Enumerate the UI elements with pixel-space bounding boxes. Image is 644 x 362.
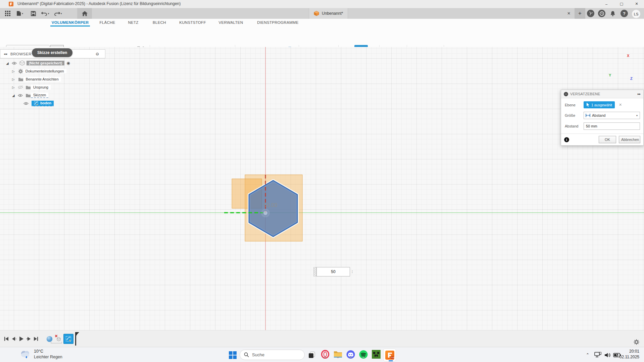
app-spotify[interactable] bbox=[359, 350, 368, 359]
app-discord[interactable] bbox=[346, 350, 355, 359]
collapse-browser-icon[interactable]: ◂◂ bbox=[4, 52, 7, 56]
dialog-collapse-icon[interactable]: – bbox=[564, 92, 568, 96]
app-grid-icon[interactable] bbox=[3, 9, 13, 18]
tree-label[interactable]: Benannte Ansichten bbox=[23, 77, 61, 82]
taskbar-search[interactable]: Suche bbox=[240, 350, 305, 360]
tree-label[interactable]: Skizzen bbox=[31, 93, 49, 98]
activate-radio-icon[interactable]: ◉ bbox=[66, 61, 70, 65]
root-label[interactable]: (Nicht gespeichert) bbox=[27, 61, 65, 65]
browser-title: BROWSER bbox=[10, 52, 32, 56]
browser-minimize-icon[interactable]: ⊖ bbox=[96, 52, 99, 56]
step-back-icon[interactable] bbox=[10, 335, 17, 343]
tab-volumenkoerper[interactable]: VOLUMENKÖRPER bbox=[50, 19, 90, 27]
tree-label[interactable]: Ursprung bbox=[31, 85, 51, 90]
tray-clock[interactable]: 20:01 02.11.2025 bbox=[620, 349, 639, 360]
dialog-header[interactable]: – VERSATZEBENE ▸▸ bbox=[561, 90, 643, 98]
expand-icon[interactable]: ▷ bbox=[12, 77, 15, 81]
extensions-icon[interactable] bbox=[587, 10, 594, 17]
task-view-icon[interactable] bbox=[307, 350, 317, 360]
cancel-button[interactable]: Abbrechen bbox=[619, 136, 640, 143]
close-tab-icon[interactable]: ✕ bbox=[564, 9, 573, 17]
svg-text:FUS: FUS bbox=[391, 357, 394, 359]
tree-row-boden[interactable]: boden bbox=[0, 99, 107, 107]
tab-flaeche[interactable]: FLÄCHE bbox=[97, 19, 117, 25]
network-icon[interactable] bbox=[593, 351, 602, 359]
abstand-input[interactable] bbox=[584, 122, 640, 130]
volume-icon[interactable] bbox=[603, 351, 612, 359]
folder-icon bbox=[26, 85, 31, 90]
distance-icon bbox=[586, 114, 590, 117]
document-cube-icon bbox=[314, 11, 319, 16]
eye-off-icon[interactable] bbox=[18, 85, 23, 89]
tree-row-ursprung[interactable]: ▷ Ursprung bbox=[0, 83, 107, 91]
sketch-boden[interactable]: boden bbox=[32, 101, 54, 106]
home-view-button[interactable] bbox=[77, 8, 92, 19]
app-opera-gx[interactable] bbox=[321, 350, 330, 359]
help-icon[interactable]: ? bbox=[621, 10, 628, 17]
app-file-explorer[interactable] bbox=[334, 350, 342, 359]
offset-value-input[interactable] bbox=[316, 267, 350, 276]
info-icon[interactable]: i bbox=[564, 137, 569, 142]
gear-icon bbox=[18, 69, 23, 74]
tab-dienstprogramme[interactable]: DIENSTPROGRAMME bbox=[254, 19, 301, 25]
timeline-body-feature[interactable] bbox=[54, 335, 62, 343]
tree-row-skizzen[interactable]: ◢ Skizzen bbox=[0, 91, 107, 99]
selection-chip[interactable]: 1 ausgewählt bbox=[584, 101, 615, 108]
dimension-label: 50.00 bbox=[264, 202, 277, 208]
timeline-bar bbox=[0, 330, 644, 347]
minimize-button[interactable]: – bbox=[601, 0, 612, 8]
clear-selection-icon[interactable]: ✕ bbox=[619, 103, 622, 107]
notifications-bell-icon[interactable] bbox=[609, 10, 616, 17]
options-dots-icon[interactable]: ⁞ bbox=[352, 271, 353, 273]
maximize-button[interactable]: ▢ bbox=[616, 0, 627, 8]
tree-label[interactable]: Dokumenteinstellungen bbox=[23, 69, 66, 73]
folder-icon bbox=[18, 77, 23, 82]
step-forward-icon[interactable] bbox=[25, 335, 32, 343]
error-badge-icon bbox=[55, 334, 58, 338]
expand-icon[interactable]: ▷ bbox=[12, 86, 15, 89]
dialog-row-abstand: Abstand bbox=[561, 121, 643, 132]
timeline-settings-gear-icon[interactable] bbox=[634, 339, 639, 345]
drag-handle[interactable] bbox=[313, 267, 316, 276]
timeline-playhead[interactable] bbox=[74, 331, 78, 346]
viewport-canvas[interactable]: 50.00 ◂◂ BROWSER ⊖ Skizze erstellen ◢ (N… bbox=[0, 47, 644, 347]
eye-icon[interactable] bbox=[23, 102, 29, 105]
window-title: Unbenannt* (Digital-Fabrication-2025) - … bbox=[17, 1, 181, 6]
groesse-dropdown[interactable]: Abstand ▾ bbox=[584, 112, 640, 119]
origin-point[interactable] bbox=[263, 211, 268, 215]
save-icon[interactable] bbox=[28, 9, 38, 18]
new-tab-icon[interactable]: + bbox=[575, 8, 585, 19]
tree-row-benannte-ansichten[interactable]: ▷ Benannte Ansichten bbox=[0, 75, 107, 83]
expand-icon[interactable]: ◢ bbox=[6, 61, 9, 65]
eye-icon[interactable] bbox=[18, 94, 23, 97]
weather-widget[interactable]: 10°C Leichter Regen bbox=[19, 349, 62, 360]
chevron-down-icon: ▾ bbox=[636, 114, 638, 117]
new-file-icon[interactable]: ▾ bbox=[15, 9, 25, 18]
app-minecraft[interactable] bbox=[372, 350, 381, 359]
tab-netz[interactable]: NETZ bbox=[125, 19, 142, 25]
avatar[interactable]: LS bbox=[632, 9, 641, 18]
weather-rain-icon bbox=[19, 349, 31, 359]
tab-verwalten[interactable]: VERWALTEN bbox=[216, 19, 246, 25]
dialog-dock-icon[interactable]: ▸▸ bbox=[638, 92, 641, 96]
redo-icon[interactable]: ▾ bbox=[53, 9, 63, 18]
tab-blech[interactable]: BLECH bbox=[150, 19, 168, 25]
application-bar: ▾ ▾ ▾ Unbenannt* ✕ + ? LS bbox=[0, 8, 644, 19]
expand-icon[interactable]: ◢ bbox=[12, 94, 15, 97]
start-button[interactable] bbox=[228, 350, 238, 360]
go-to-start-icon[interactable] bbox=[3, 335, 10, 343]
document-tab[interactable]: Unbenannt* bbox=[309, 8, 348, 19]
job-status-icon[interactable] bbox=[598, 10, 605, 17]
tree-row-root[interactable]: ◢ (Nicht gespeichert) ◉ bbox=[0, 59, 107, 67]
app-fusion-active[interactable]: FUS bbox=[383, 349, 396, 361]
tab-kunststoff[interactable]: KUNSTSTOFF bbox=[177, 19, 208, 25]
expand-icon[interactable]: ▷ bbox=[12, 69, 15, 73]
undo-icon[interactable]: ▾ bbox=[40, 9, 50, 18]
play-icon[interactable] bbox=[17, 335, 25, 343]
close-button[interactable]: ✕ bbox=[631, 0, 642, 8]
eye-icon[interactable] bbox=[12, 61, 17, 65]
tray-chevron-up-icon[interactable]: ⌃ bbox=[584, 351, 591, 359]
ok-button[interactable]: OK bbox=[599, 136, 616, 143]
tree-row-dokumenteinstellungen[interactable]: ▷ Dokumenteinstellungen bbox=[0, 67, 107, 75]
go-to-end-icon[interactable] bbox=[32, 335, 40, 343]
